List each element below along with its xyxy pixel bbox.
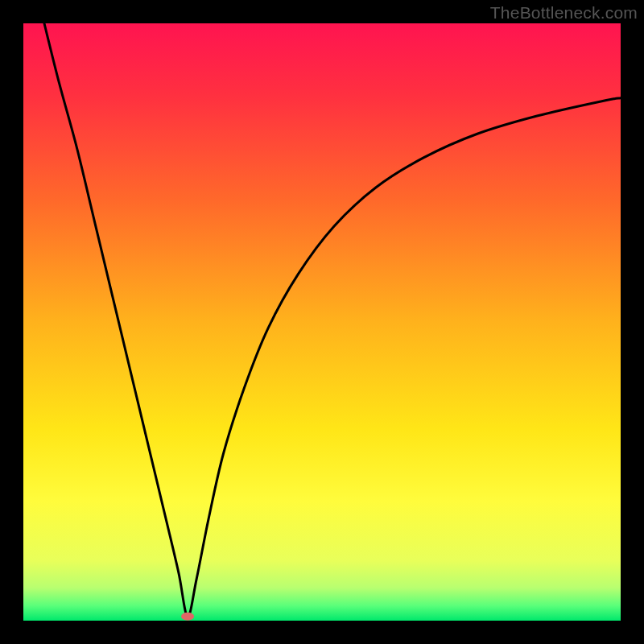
plot-area [23,23,621,621]
gradient-background [23,23,621,621]
chart-svg [23,23,621,621]
optimal-point-marker [181,613,194,621]
watermark-text: TheBottleneck.com [490,3,638,23]
chart-frame: TheBottleneck.com [0,0,644,644]
